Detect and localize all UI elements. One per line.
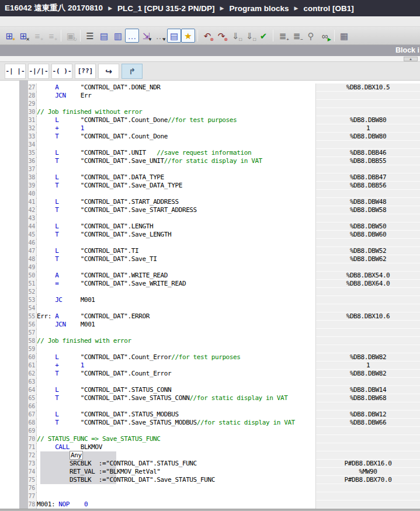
symbolic-operands-button[interactable]: ▥: [111, 29, 125, 43]
code-line[interactable]: A "CONTROL_DAT".DONE_NDR: [37, 84, 315, 92]
expand-networks-button[interactable]: ≣+: [276, 29, 290, 43]
code-line[interactable]: [37, 378, 315, 386]
empty-box-button[interactable]: [??]: [75, 64, 96, 79]
code-line[interactable]: M001: NOP 0: [37, 500, 315, 509]
line-number: 53: [28, 296, 37, 304]
insert-network-button[interactable]: ⊞✶: [2, 29, 16, 43]
code-line[interactable]: + 1: [37, 124, 315, 133]
code-line[interactable]: [37, 288, 315, 296]
collapse-networks-button[interactable]: ≣−: [290, 29, 304, 43]
code-line[interactable]: L "CONTROL_DAT".STATUS_MODBUS: [37, 411, 315, 419]
code-area[interactable]: A "CONTROL_DAT".DONE_NDR JCN Err// Job f…: [37, 84, 315, 509]
code-line[interactable]: T "CONTROL_DAT".Save_STATUS_MODBUS//for …: [37, 419, 315, 427]
code-line[interactable]: [37, 304, 315, 312]
code-line[interactable]: L "CONTROL_DAT".LENGTH: [37, 223, 315, 231]
code-line[interactable]: T "CONTROL_DAT".Save_DATA_TYPE: [37, 182, 315, 190]
format-lines-button[interactable]: ☰: [83, 29, 97, 43]
any-pointer-field[interactable]: Any: [70, 451, 83, 460]
code-line[interactable]: T "CONTROL_DAT".Count_Error: [37, 370, 315, 378]
code-line[interactable]: T "CONTROL_DAT".Save_START_ADDRESS: [37, 206, 315, 214]
contact-closed-button[interactable]: -|/|-: [28, 64, 49, 79]
code-line[interactable]: L "CONTROL_DAT".TI: [37, 247, 315, 255]
code-line[interactable]: A "CONTROL_DAT".WRITE_READ: [37, 272, 315, 280]
operand-address-cell: 1: [316, 361, 420, 370]
code-line[interactable]: = "CONTROL_DAT".Save_WRITE_READ: [37, 280, 315, 288]
coil-button[interactable]: -( )-: [51, 64, 72, 79]
code-line[interactable]: T "CONTROL_DAT".Count_Done: [37, 133, 315, 141]
code-line[interactable]: JCN Err: [37, 92, 315, 100]
breadcrumb-item[interactable]: control [OB1]: [304, 4, 354, 13]
insert-favorites-button[interactable]: ⇲▼: [139, 29, 153, 43]
code-line[interactable]: [37, 492, 315, 500]
breadcrumb-arrow-icon: ▶: [108, 5, 112, 11]
code-line[interactable]: [37, 239, 315, 247]
next-error-button[interactable]: ↷⊗: [214, 29, 228, 43]
code-line[interactable]: L "CONTROL_DAT".Count_Done//for test pur…: [37, 116, 315, 124]
code-line[interactable]: T "CONTROL_DAT".Save_LENGTH: [37, 231, 315, 239]
delete-network-button[interactable]: ⊞✕: [16, 29, 30, 43]
upload-block-button[interactable]: ⇓□: [228, 29, 242, 43]
symbolic-operands-icon: ▥: [114, 32, 122, 40]
open-branch-button[interactable]: ↪: [98, 64, 119, 79]
collapse-pane-handle[interactable]: ▲: [404, 57, 418, 61]
code-line[interactable]: L "CONTROL_DAT".DATA_TYPE: [37, 173, 315, 182]
code-line[interactable]: CALL BLKMOV: [37, 443, 315, 451]
code-line[interactable]: L "CONTROL_DAT".START_ADDRESS: [37, 198, 315, 206]
code-line[interactable]: // Job finished with error: [37, 337, 315, 345]
consistency-check-button[interactable]: ✔: [256, 29, 270, 43]
monitoring-glasses-button[interactable]: ∞▶: [318, 29, 332, 43]
code-line[interactable]: [37, 345, 315, 353]
code-token: [37, 272, 55, 279]
close-branch-button[interactable]: ↱: [122, 64, 143, 79]
operand-address-cell: P#DB8.DBX16.0: [316, 460, 420, 468]
code-line[interactable]: DSTBLK :="CONTROL_DAT".Save_STATUS_FUNC: [37, 476, 315, 484]
block-interface-header[interactable]: Block i: [0, 45, 420, 56]
code-line[interactable]: T "CONTROL_DAT".Save_TI: [37, 255, 315, 263]
code-line[interactable]: [37, 214, 315, 223]
previous-error-button[interactable]: ↶⊗: [200, 29, 214, 43]
code-token: [37, 182, 55, 189]
favorites-star-button[interactable]: ★: [181, 29, 195, 43]
code-line[interactable]: L "CONTROL_DAT".UNIT //save request info…: [37, 149, 315, 157]
network-display-button[interactable]: ▤: [167, 29, 181, 43]
code-line[interactable]: [37, 141, 315, 149]
code-line[interactable]: Any: [37, 451, 315, 460]
breadcrumb-item[interactable]: PLC_1 [CPU 315-2 PN/DP]: [117, 4, 215, 13]
code-line[interactable]: RET_VAL :="BLKMOV_RetVal": [37, 468, 315, 476]
comments-toggle-button[interactable]: …: [125, 29, 139, 43]
breadcrumb-item[interactable]: Program blocks: [230, 4, 289, 13]
code-line[interactable]: [37, 263, 315, 272]
code-token: "CONTROL_DAT".Save_DATA_TYPE: [81, 182, 182, 189]
code-line[interactable]: L "CONTROL_DAT".Count_Error//for test pu…: [37, 353, 315, 361]
breadcrumb-item[interactable]: E16042 遠東重八 20170810: [5, 3, 103, 13]
operand-address-cell: %DB8.DBW82: [316, 370, 420, 378]
operand-address-cell: %DB8.DBW52: [316, 247, 420, 255]
code-line[interactable]: [37, 190, 315, 198]
find-button[interactable]: ⚲: [304, 29, 318, 43]
code-line[interactable]: T "CONTROL_DAT".Save_UNIT//for static di…: [37, 157, 315, 165]
block-structure-button[interactable]: ▦: [337, 29, 351, 43]
contact-open-button[interactable]: -| |-: [5, 64, 26, 79]
code-token: L: [55, 198, 81, 206]
code-line[interactable]: Err: A "CONTROL_DAT".ERROR: [37, 312, 315, 321]
code-line[interactable]: SRCBLK :="CONTROL_DAT".STATUS_FUNC: [37, 460, 315, 468]
code-line[interactable]: + 1: [37, 361, 315, 370]
code-line[interactable]: [37, 484, 315, 492]
download-block-button[interactable]: ⇓□: [242, 29, 256, 43]
code-line[interactable]: [37, 402, 315, 411]
stl-code-editor[interactable]: 2728293031323334353637383940414243444546…: [0, 81, 420, 509]
code-line[interactable]: [37, 100, 315, 108]
code-line[interactable]: L "CONTROL_DAT".STATUS_CONN: [37, 386, 315, 394]
code-line[interactable]: // STATUS_FUNC => Save_STATUS_FUNC: [37, 435, 315, 443]
code-line[interactable]: JCN M001: [37, 321, 315, 329]
code-line[interactable]: [37, 427, 315, 435]
code-line[interactable]: [37, 165, 315, 173]
code-line[interactable]: // Job finished without error: [37, 108, 315, 116]
operand-address-cell: %DB8.DBW82: [316, 353, 420, 361]
code-line[interactable]: [37, 329, 315, 337]
absolute-operands-button[interactable]: ▤: [97, 29, 111, 43]
insert-comment-button[interactable]: …▼: [153, 29, 167, 43]
code-line[interactable]: JC M001: [37, 296, 315, 304]
code-line[interactable]: T "CONTROL_DAT".Save_STATUS_CONN//for st…: [37, 394, 315, 402]
line-number: 41: [28, 198, 37, 206]
